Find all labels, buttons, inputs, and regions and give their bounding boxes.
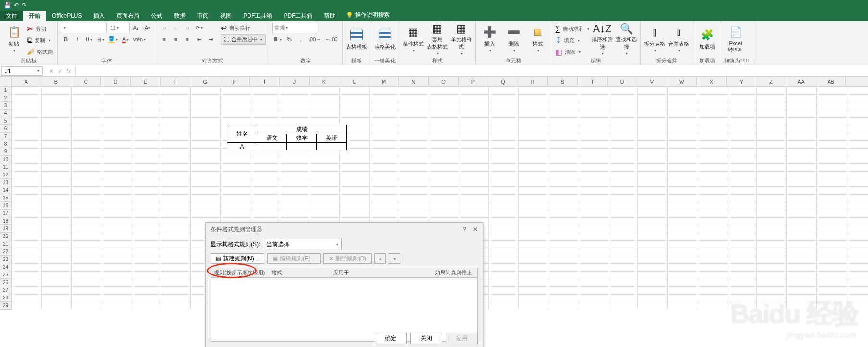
- column-header[interactable]: B: [41, 77, 71, 86]
- shrink-font-button[interactable]: A▾: [142, 23, 153, 33]
- grow-font-button[interactable]: A▴: [131, 23, 141, 33]
- align-left[interactable]: ≡: [159, 34, 170, 45]
- tab-help[interactable]: 帮助: [318, 11, 341, 21]
- spreadsheet-grid[interactable]: ABCDEFGHIJKLMNOPQRSTUVWXYZAAAB 123456789…: [0, 77, 868, 347]
- column-header[interactable]: J: [280, 77, 310, 86]
- cell-styles-button[interactable]: ▦ 单元格样式▾: [450, 23, 472, 55]
- rules-list[interactable]: [211, 277, 478, 342]
- row-header[interactable]: 10: [0, 156, 12, 163]
- align-middle[interactable]: ≡: [171, 23, 181, 33]
- beautify-button[interactable]: 表格美化: [374, 23, 396, 55]
- row-header[interactable]: 22: [0, 248, 12, 256]
- column-header[interactable]: U: [608, 77, 637, 86]
- column-header[interactable]: O: [429, 77, 459, 86]
- enter-icon[interactable]: ✓: [58, 68, 62, 74]
- row-header[interactable]: 26: [0, 279, 12, 286]
- column-header[interactable]: D: [101, 77, 131, 86]
- row-header[interactable]: 16: [0, 202, 12, 210]
- save-icon[interactable]: 💾: [4, 2, 11, 9]
- align-top[interactable]: ≡: [159, 23, 170, 33]
- paste-button[interactable]: 📋 粘贴 ▾: [3, 23, 25, 55]
- table-cell[interactable]: [257, 143, 287, 150]
- ok-button[interactable]: 确定: [375, 333, 407, 344]
- delete-rule-button[interactable]: ✕ 删除规则(D): [323, 253, 372, 264]
- column-header[interactable]: AB: [816, 77, 846, 86]
- row-header[interactable]: 17: [0, 210, 12, 217]
- insert-cells-button[interactable]: ➕ 插入▾: [479, 23, 501, 55]
- phonetic-button[interactable]: wén▾: [132, 34, 147, 45]
- show-rules-combo[interactable]: 当前选择 ▾: [263, 239, 342, 249]
- orientation[interactable]: ⟳▾: [194, 23, 204, 33]
- column-header[interactable]: F: [161, 77, 190, 86]
- row-header[interactable]: 27: [0, 286, 12, 294]
- clear-button[interactable]: 清除: [563, 47, 577, 57]
- column-header[interactable]: T: [578, 77, 608, 86]
- tell-me[interactable]: 💡 操作说明搜索: [341, 9, 395, 21]
- row-header[interactable]: 19: [0, 225, 12, 233]
- column-header[interactable]: Y: [727, 77, 756, 86]
- indent-dec[interactable]: ⇤: [194, 34, 204, 45]
- currency-button[interactable]: 🖩▾: [272, 34, 283, 45]
- column-header[interactable]: N: [399, 77, 429, 86]
- redo-icon[interactable]: ↷: [22, 2, 26, 9]
- delete-cells-button[interactable]: ➖ 删除▾: [503, 23, 525, 55]
- row-header[interactable]: 25: [0, 271, 12, 279]
- tab-file[interactable]: 文件: [0, 11, 23, 21]
- edit-rule-button[interactable]: ▦ 编辑规则(E)...: [267, 253, 321, 264]
- column-header[interactable]: V: [637, 77, 667, 86]
- row-header[interactable]: 11: [0, 163, 12, 171]
- dec-decimal-button[interactable]: ←.00: [323, 34, 339, 45]
- row-header[interactable]: 6: [0, 125, 12, 133]
- copy-button[interactable]: 复制: [33, 35, 47, 46]
- table-cell[interactable]: A: [227, 143, 257, 150]
- row-header[interactable]: 21: [0, 240, 12, 248]
- percent-button[interactable]: %: [284, 34, 295, 45]
- row-header[interactable]: 4: [0, 110, 12, 117]
- column-header[interactable]: W: [667, 77, 697, 86]
- column-header[interactable]: Z: [756, 77, 786, 86]
- column-header[interactable]: AA: [786, 77, 816, 86]
- cond-format-button[interactable]: ▦ 条件格式▾: [402, 23, 424, 55]
- tab-home[interactable]: 开始: [23, 11, 46, 21]
- tab-officeplus[interactable]: OfficePLUS: [46, 11, 87, 21]
- close-button[interactable]: 关闭: [410, 333, 442, 344]
- column-header[interactable]: G: [190, 77, 220, 86]
- align-right[interactable]: ≡: [182, 34, 193, 45]
- select-all-corner[interactable]: [0, 77, 12, 86]
- new-rule-button[interactable]: ▦ 新建规则(N)...: [211, 253, 264, 264]
- bold-button[interactable]: B: [61, 34, 71, 45]
- fill-color-button[interactable]: 🪣▾: [107, 34, 119, 45]
- find-select-button[interactable]: 🔍 查找和选择▾: [615, 23, 637, 55]
- column-header[interactable]: I: [250, 77, 280, 86]
- column-header[interactable]: R: [518, 77, 548, 86]
- font-name-combo[interactable]: ▾: [61, 23, 107, 33]
- tab-view[interactable]: 视图: [214, 11, 237, 21]
- row-header[interactable]: 8: [0, 140, 12, 148]
- cut-button[interactable]: 剪切: [34, 24, 48, 34]
- tab-insert[interactable]: 插入: [87, 11, 111, 21]
- row-header[interactable]: 18: [0, 217, 12, 225]
- column-header[interactable]: L: [339, 77, 369, 86]
- comma-button[interactable]: ,: [296, 34, 306, 45]
- format-cells-button[interactable]: 格式▾: [527, 23, 549, 55]
- sort-filter-button[interactable]: A↓Z 排序和筛选▾: [591, 23, 613, 55]
- row-header[interactable]: 12: [0, 171, 12, 179]
- fx-icon[interactable]: fx: [66, 68, 71, 74]
- merge-center-button[interactable]: ⛶ 合并后居中 ▾: [221, 34, 266, 45]
- help-icon[interactable]: ?: [463, 226, 466, 233]
- column-header[interactable]: E: [131, 77, 161, 86]
- column-header[interactable]: C: [71, 77, 101, 86]
- column-header[interactable]: Q: [488, 77, 518, 86]
- excel-to-pdf-button[interactable]: 📄 Excel 转PDF: [724, 23, 746, 55]
- row-header[interactable]: 2: [0, 94, 12, 102]
- indent-inc[interactable]: ⇥: [205, 34, 216, 45]
- row-header[interactable]: 14: [0, 186, 12, 194]
- move-down-button[interactable]: ▾: [389, 253, 400, 264]
- tab-pdf1[interactable]: PDF工具箱: [237, 11, 278, 21]
- format-table-button[interactable]: ▦ 套用 表格格式▾: [426, 23, 448, 55]
- table-cell[interactable]: [287, 143, 317, 150]
- name-box[interactable]: J1 ▾: [1, 66, 43, 76]
- fill-button[interactable]: 填充: [562, 35, 576, 46]
- font-size-combo[interactable]: 11▾: [108, 23, 130, 33]
- column-header[interactable]: A: [12, 77, 41, 86]
